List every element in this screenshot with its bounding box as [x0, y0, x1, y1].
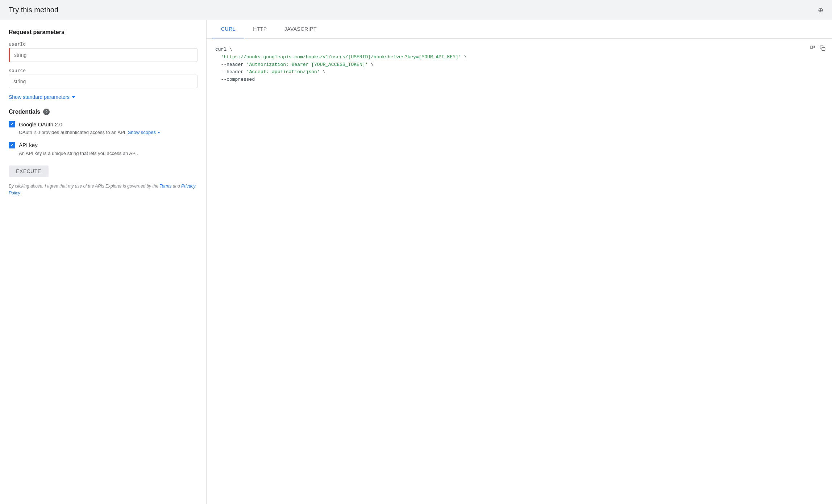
svg-rect-1	[822, 47, 825, 51]
apikey-credential-name: API key	[19, 142, 38, 148]
source-input[interactable]	[9, 75, 197, 88]
oauth-credential-name: Google OAuth 2.0	[19, 121, 62, 127]
chevron-down-icon	[72, 96, 75, 98]
terms-link[interactable]: Terms	[159, 184, 171, 189]
tab-javascript[interactable]: JAVASCRIPT	[276, 20, 325, 38]
code-tabs: cURL HTTP JAVASCRIPT	[207, 20, 832, 39]
scopes-chevron-icon: ▾	[158, 131, 160, 135]
expand-icon[interactable]: ⊕	[818, 6, 823, 14]
page-title: Try this method	[9, 6, 58, 14]
userid-input-wrapper	[9, 48, 197, 62]
oauth-credential-item: Google OAuth 2.0 OAuth 2.0 provides auth…	[9, 121, 197, 136]
code-block: curl \ 'https://books.googleapis.com/boo…	[215, 46, 823, 84]
source-param-group: source	[9, 68, 197, 88]
request-params-title: Request parameters	[9, 29, 197, 35]
source-label: source	[9, 68, 197, 73]
show-standard-params-label: Show standard parameters	[9, 94, 70, 100]
copy-icon[interactable]	[819, 45, 826, 53]
show-scopes-link[interactable]: Show scopes ▾	[128, 130, 160, 135]
code-panel: curl \ 'https://books.googleapis.com/boo…	[207, 39, 832, 504]
execute-button[interactable]: EXECUTE	[9, 165, 49, 177]
right-panel: cURL HTTP JAVASCRIPT	[207, 20, 832, 504]
source-input-wrapper	[9, 75, 197, 88]
show-standard-params-link[interactable]: Show standard parameters	[9, 94, 197, 100]
open-in-new-icon[interactable]	[809, 45, 816, 53]
oauth-credential-desc: OAuth 2.0 provides authenticated access …	[19, 129, 197, 136]
apikey-credential-item: API key An API key is a unique string th…	[9, 142, 197, 157]
apikey-credential-desc: An API key is a unique string that lets …	[19, 150, 197, 157]
credentials-title: Credentials ?	[9, 109, 197, 115]
tab-http[interactable]: HTTP	[244, 20, 276, 38]
userid-label: userId	[9, 41, 197, 47]
credentials-help-icon[interactable]: ?	[43, 109, 50, 115]
legal-text: By clicking above, I agree that my use o…	[9, 183, 197, 197]
userid-input[interactable]	[9, 48, 197, 62]
code-actions	[809, 45, 826, 53]
oauth-checkbox[interactable]	[9, 121, 15, 127]
tab-curl[interactable]: cURL	[212, 20, 244, 38]
svg-rect-0	[810, 46, 813, 49]
userid-param-group: userId	[9, 41, 197, 62]
left-panel: Request parameters userId source Show st…	[0, 20, 207, 504]
apikey-checkbox[interactable]	[9, 142, 15, 148]
apikey-credential-header: API key	[9, 142, 197, 148]
credentials-section: Credentials ? Google OAuth 2.0 OAuth 2.0…	[9, 109, 197, 157]
oauth-credential-header: Google OAuth 2.0	[9, 121, 197, 127]
